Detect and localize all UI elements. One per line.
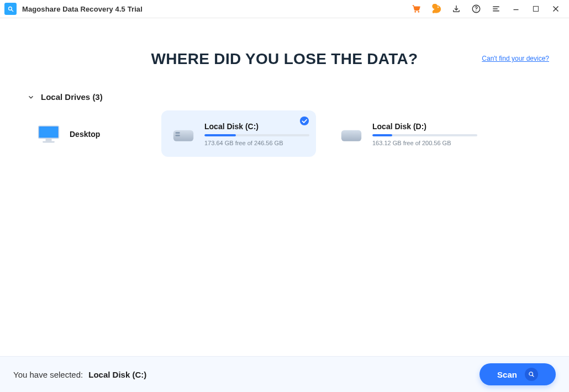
svg-rect-16 — [46, 138, 52, 141]
menu-button[interactable] — [486, 0, 506, 18]
svg-rect-15 — [40, 127, 58, 137]
storage-fill — [204, 134, 236, 136]
drive-name: Local Disk (C:) — [204, 122, 306, 131]
app-logo — [4, 3, 17, 15]
svg-point-2 — [415, 11, 416, 12]
help-button[interactable] — [466, 0, 486, 18]
maximize-button[interactable] — [526, 0, 546, 18]
svg-rect-19 — [175, 132, 180, 134]
titlebar: Magoshare Data Recovery 4.5 Trial — [0, 0, 569, 18]
disk-icon — [171, 123, 196, 145]
desktop-icon — [36, 123, 61, 145]
svg-point-3 — [418, 11, 419, 12]
drives-list: Desktop Local Disk (C:) 173.64 GB fre — [21, 110, 548, 157]
disk-icon — [339, 123, 363, 145]
svg-rect-10 — [534, 7, 539, 12]
svg-line-1 — [12, 10, 13, 12]
search-icon — [525, 368, 538, 381]
selected-label: You have selected: — [13, 370, 83, 379]
svg-line-24 — [533, 375, 534, 377]
scan-button-label: Scan — [497, 370, 517, 379]
page-headline: WHERE DID YOU LOSE THE DATA? — [21, 50, 548, 68]
chevron-down-icon — [27, 93, 35, 102]
download-button[interactable] — [446, 0, 466, 18]
storage-bar — [204, 134, 309, 136]
selected-check-icon — [299, 116, 309, 126]
svg-rect-20 — [175, 135, 180, 136]
window-title: Magoshare Data Recovery 4.5 Trial — [22, 5, 143, 13]
storage-fill — [372, 134, 392, 136]
main: WHERE DID YOU LOSE THE DATA? Can't find … — [0, 18, 569, 356]
drive-free-text: 163.12 GB free of 200.56 GB — [372, 140, 474, 146]
minimize-button[interactable] — [506, 0, 526, 18]
section-header[interactable]: Local Drives (3) — [21, 92, 548, 102]
cart-button[interactable] — [407, 0, 426, 18]
activation-key-button[interactable] — [426, 0, 446, 18]
storage-bar — [372, 134, 477, 136]
svg-point-5 — [476, 10, 477, 12]
drive-name: Local Disk (D:) — [372, 122, 474, 131]
drive-local-d[interactable]: Local Disk (D:) 163.12 GB free of 200.56… — [329, 110, 484, 157]
selected-value: Local Disk (C:) — [88, 370, 146, 379]
drive-free-text: 173.64 GB free of 246.56 GB — [204, 140, 306, 146]
svg-point-21 — [300, 116, 309, 125]
local-drives-section: Local Drives (3) Desktop — [21, 92, 548, 157]
svg-rect-22 — [341, 130, 361, 141]
footer: You have selected: Local Disk (C:) Scan — [0, 356, 569, 392]
drive-name: Desktop — [70, 130, 138, 139]
close-button[interactable] — [546, 0, 566, 18]
section-title: Local Drives (3) — [41, 92, 103, 102]
drive-desktop[interactable]: Desktop — [27, 110, 148, 157]
scan-button[interactable]: Scan — [480, 363, 556, 385]
device-help-link[interactable]: Can't find your device? — [482, 55, 549, 62]
svg-rect-17 — [43, 141, 55, 143]
drive-local-c[interactable]: Local Disk (C:) 173.64 GB free of 246.56… — [161, 110, 316, 157]
